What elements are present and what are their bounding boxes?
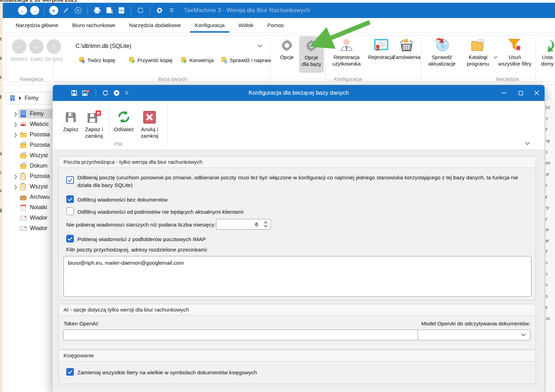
model-select[interactable] — [418, 330, 530, 340]
tree-item-pozostale-3[interactable]: ❯ Pozosta — [12, 171, 56, 181]
program-catalogs-button[interactable]: Katalogi programu — [461, 36, 495, 67]
tree-item-wiadomosci-1[interactable]: Wiador — [12, 213, 56, 223]
checkbox-box[interactable] — [66, 235, 74, 242]
dialog-titlebar[interactable]: Konfiguracja dla bieżącej bazy danych — [53, 85, 545, 101]
refresh-icon[interactable] — [136, 6, 145, 15]
tree-item-pozostale-1[interactable]: ❯ Pozosta — [12, 129, 56, 140]
check-repair-button[interactable]: Sprawdź i napraw — [221, 57, 271, 63]
options-button[interactable]: Opcje — [276, 36, 298, 60]
expander-icon[interactable]: ❯ — [12, 174, 19, 179]
tab-narzedzia-glowne[interactable]: Narzędzia główne — [11, 18, 63, 33]
spinner-down-icon[interactable] — [264, 225, 268, 227]
up-button[interactable]: ↑ Do góry — [43, 39, 65, 62]
expander-icon[interactable]: ❯ — [12, 122, 19, 127]
database-path-combobox[interactable]: C:\db\tmn.db (SQLite) — [76, 40, 266, 52]
checkbox-filter-nonclients[interactable] — [66, 207, 74, 215]
back-circle-icon: ← — [12, 39, 26, 54]
customize-toolbar-icon[interactable] — [167, 6, 176, 15]
conversion-button[interactable]: Konwersja — [180, 57, 214, 63]
create-copy-button[interactable]: Twórz kopię — [78, 57, 115, 63]
background-text-fragment: c — [0, 169, 3, 175]
background-text-fragment: i — [0, 131, 3, 137]
checkbox-receive-mail-label: Odbieraj pocztę (uruchom ponownie po zmi… — [77, 174, 528, 189]
building-icon — [9, 95, 16, 101]
database-save-icon — [78, 57, 85, 63]
background-text-fragment: ur — [545, 171, 555, 177]
checkbox-receive-mail[interactable] — [66, 176, 74, 184]
checkbox-box[interactable] — [66, 176, 74, 184]
user-registration-button[interactable]: Rejestracja użytkownika — [328, 36, 365, 67]
delete-icon[interactable] — [74, 6, 83, 15]
background-text-fragment: or — [545, 227, 555, 232]
section-mail-header: Poczta przychodząca - tylko wersja dla b… — [59, 156, 536, 168]
tree-item-dokumenty[interactable]: Dokum — [12, 161, 56, 171]
collapse-ribbon-icon[interactable] — [525, 142, 530, 145]
pdf-export-icon[interactable]: PDF — [117, 6, 126, 15]
tree-item-notatki[interactable]: Notatki — [12, 202, 56, 213]
background-text-fragment: us — [545, 316, 555, 321]
checkbox-uppercase[interactable] — [66, 368, 74, 376]
checkbox-filter-nodocs[interactable] — [66, 195, 74, 203]
maximize-button[interactable] — [515, 88, 526, 98]
navigator-header-label: Firmy — [25, 95, 39, 101]
spinner-up-icon[interactable] — [264, 221, 268, 224]
set-defaults-button-clipped[interactable]: Usta domy — [538, 36, 555, 67]
background-text-fragment: n — [545, 260, 555, 265]
expander-icon[interactable]: ❯ — [12, 111, 19, 117]
settings-gear-icon[interactable] — [155, 6, 164, 15]
tree-item-wszystkie-1[interactable]: Wszyst — [12, 150, 56, 161]
tree-item-archiwum[interactable]: Archiwu — [12, 192, 56, 202]
tab-narzedzia-dodatkowe[interactable]: Narzędzia dodatkowe — [125, 18, 185, 33]
green-arrow-icon — [540, 36, 554, 52]
tab-pomoc[interactable]: Pomoc — [263, 18, 289, 33]
orders-button[interactable]: Zamówienia — [392, 36, 421, 60]
options-db-button[interactable]: Opcje dla bazy — [299, 36, 324, 73]
checkbox-box[interactable] — [66, 195, 74, 203]
expander-icon[interactable]: ❯ — [12, 132, 19, 137]
token-input[interactable] — [63, 330, 418, 340]
group-label-narzedzia: Narzędzia — [475, 76, 540, 82]
add-icon[interactable]: + — [49, 6, 58, 15]
print-icon[interactable] — [93, 6, 102, 15]
separator — [131, 6, 131, 15]
tree-item-firmy[interactable]: ❯ Firmy — [12, 109, 56, 119]
tab-biuro-rachunkowe[interactable]: Biuro rachunkowe — [68, 18, 120, 33]
tree-item-wszystkie-2[interactable]: ❯ Wszyst — [12, 181, 56, 192]
navigator-header[interactable]: Firmy — [6, 92, 56, 104]
mail-filter-textarea[interactable] — [63, 256, 531, 297]
print-preview-icon[interactable] — [105, 6, 114, 15]
save-button[interactable]: Zapisz — [61, 104, 80, 133]
checkbox-imap[interactable] — [66, 235, 74, 242]
floppy-close-icon — [86, 104, 102, 124]
checkbox-box[interactable] — [66, 207, 74, 215]
tree-item-wiadomosci-2[interactable]: Wiador — [12, 223, 56, 233]
folder-documents-icon — [19, 152, 27, 159]
tab-konfiguracja[interactable]: Konfiguracja — [190, 18, 229, 33]
remove-filters-button[interactable]: Usuń wszystkie filtry — [497, 36, 533, 67]
forward-icon[interactable]: → — [30, 6, 39, 15]
edit-pencil-icon[interactable] — [61, 6, 70, 15]
tree-item-pozostale-2[interactable]: Pozosta — [12, 140, 56, 150]
tab-widok[interactable]: Widok — [234, 18, 258, 33]
months-spinner[interactable] — [216, 219, 271, 230]
close-button[interactable] — [531, 88, 542, 98]
envelope-icon — [19, 224, 27, 232]
expander-icon[interactable]: ❯ — [12, 184, 19, 189]
months-input[interactable] — [216, 219, 271, 230]
cancel-close-button[interactable]: Anuluj i zamknij — [138, 104, 161, 139]
save-close-button[interactable]: Zapisz i zamknij — [83, 104, 105, 139]
check-updates-button[interactable]: Sprawdź aktualizacje — [425, 36, 459, 67]
forward-circle-icon: → — [29, 39, 44, 54]
background-text-fragment: o — [0, 55, 3, 61]
refresh-button[interactable]: Odśwież — [112, 104, 135, 133]
folder-documents-icon — [19, 141, 27, 149]
minimize-button[interactable] — [498, 88, 509, 98]
back-icon[interactable]: ← — [18, 6, 27, 15]
checkbox-box[interactable] — [66, 368, 74, 376]
tree-item-wlasciciele[interactable]: ❯ Właścic — [12, 119, 56, 129]
background-text-fragment: d — [0, 207, 3, 213]
restore-copy-button[interactable]: Przywróć kopię — [128, 57, 173, 63]
token-label: Token OpenAI: — [63, 321, 99, 327]
checkbox-uppercase-label: Zamieniaj wszystkie litery na wielkie w … — [77, 369, 257, 376]
clipboard-icon — [19, 172, 27, 180]
